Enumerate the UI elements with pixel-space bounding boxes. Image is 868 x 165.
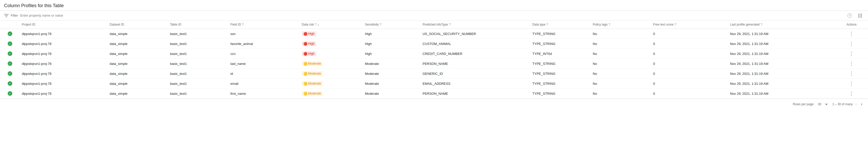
cell-dataset-id: data_simple <box>108 79 168 89</box>
cell-predicted-info: PERSON_NAME <box>421 89 530 99</box>
field-id-help-icon[interactable]: ? <box>242 23 244 27</box>
cell-free-text: 0 <box>651 49 728 59</box>
cell-status: ✓ <box>0 59 20 69</box>
pagination: 1 – 30 of many ‹ › <box>833 101 864 107</box>
cell-sensitivity: High <box>363 49 421 59</box>
page-title: Column Profiles for this Table <box>0 0 868 10</box>
cell-table-id: basic_test1 <box>168 79 228 89</box>
data-risk-sort-icon[interactable]: ↓ <box>317 23 319 27</box>
row-actions-button[interactable]: ⋮ <box>848 60 855 67</box>
cell-predicted-info: US_SOCIAL_SECURITY_NUMBER <box>421 29 530 39</box>
col-header-data-type: Data type ? <box>530 21 591 29</box>
cell-dataset-id: data_simple <box>108 89 168 99</box>
col-header-table-id: Table ID <box>168 21 228 29</box>
cell-field-id: first_name <box>228 89 300 99</box>
col-header-free-text: Free text score ? <box>651 21 728 29</box>
status-icon: ✓ <box>8 42 12 46</box>
sensitivity-help-icon[interactable]: ? <box>379 23 381 27</box>
row-actions-button[interactable]: ⋮ <box>848 31 855 37</box>
last-profile-help-icon[interactable]: ? <box>760 23 763 27</box>
risk-icon: 🔴 <box>303 42 307 46</box>
table-container: Project ID Dataset ID Table ID Field ID … <box>0 21 868 99</box>
cell-data-risk: 🔴 High <box>300 29 363 39</box>
col-header-predicted-info: Predicted infoType ? <box>421 21 530 29</box>
table-row: ✓ dlppsbqrun1-proj-78 data_simple basic_… <box>0 79 868 89</box>
cell-status: ✓ <box>0 49 20 59</box>
status-icon: ✓ <box>8 81 12 86</box>
free-text-help-icon[interactable]: ? <box>674 23 676 27</box>
policy-tags-help-icon[interactable]: ? <box>608 23 610 27</box>
cell-policy-tags: No <box>591 59 651 69</box>
cell-last-profile: Nov 29, 2021, 1:31:19 AM <box>728 79 835 89</box>
filter-label: Filter <box>11 13 18 17</box>
cell-dataset-id: data_simple <box>108 29 168 39</box>
columns-icon: ||| <box>858 13 862 18</box>
cell-policy-tags: No <box>591 89 651 99</box>
table-row: ✓ dlppsbqrun1-proj-78 data_simple basic_… <box>0 59 868 69</box>
cell-dataset-id: data_simple <box>108 59 168 69</box>
cell-actions: ⋮ <box>835 79 868 89</box>
cell-last-profile: Nov 29, 2021, 1:31:19 AM <box>728 39 835 49</box>
cell-dataset-id: data_simple <box>108 49 168 59</box>
cell-field-id: ccn <box>228 49 300 59</box>
cell-sensitivity: High <box>363 29 421 39</box>
cell-dataset-id: data_simple <box>108 69 168 79</box>
col-header-actions: Actions <box>835 21 868 29</box>
col-header-status <box>0 21 20 29</box>
cell-free-text: 0 <box>651 89 728 99</box>
row-actions-button[interactable]: ⋮ <box>848 71 855 77</box>
risk-icon: 🟡 <box>303 92 307 95</box>
rows-per-page-label: Rows per page: <box>793 103 814 106</box>
data-risk-help-icon[interactable]: ? <box>315 23 317 27</box>
filter-input[interactable] <box>20 13 844 17</box>
cell-data-risk: 🟡 Moderate <box>300 79 363 89</box>
cell-table-id: basic_test1 <box>168 59 228 69</box>
row-actions-button[interactable]: ⋮ <box>848 90 855 97</box>
cell-data-risk: 🔴 High <box>300 49 363 59</box>
cell-field-id: email <box>228 79 300 89</box>
row-actions-button[interactable]: ⋮ <box>848 51 855 57</box>
cell-dataset-id: data_simple <box>108 39 168 49</box>
risk-badge: 🟡 Moderate <box>302 61 323 66</box>
risk-badge: 🔴 High <box>302 51 316 56</box>
next-page-button[interactable]: › <box>859 101 864 107</box>
cell-data-type: TYPE_STRING <box>530 59 591 69</box>
predicted-info-help-icon[interactable]: ? <box>449 23 451 27</box>
cell-free-text: 0 <box>651 29 728 39</box>
row-actions-button[interactable]: ⋮ <box>848 80 855 87</box>
cell-project-id: dlppsbqrun1-proj-78 <box>20 79 107 89</box>
cell-policy-tags: No <box>591 79 651 89</box>
cell-field-id: last_name <box>228 59 300 69</box>
cell-table-id: basic_test1 <box>168 49 228 59</box>
cell-data-type: TYPE_STRING <box>530 79 591 89</box>
cell-status: ✓ <box>0 89 20 99</box>
col-header-sensitivity: Sensitivity ? <box>363 21 421 29</box>
col-header-project-id: Project ID <box>20 21 107 29</box>
help-button[interactable]: ? <box>846 13 854 19</box>
columns-button[interactable]: ||| <box>857 12 864 19</box>
prev-page-button[interactable]: ‹ <box>854 101 858 107</box>
cell-project-id: dlppsbqrun1-proj-78 <box>20 59 107 69</box>
col-header-last-profile: Last profile generated ? <box>728 21 835 29</box>
cell-project-id: dlppsbqrun1-proj-78 <box>20 89 107 99</box>
risk-icon: 🔴 <box>303 32 307 36</box>
cell-policy-tags: No <box>591 49 651 59</box>
cell-status: ✓ <box>0 29 20 39</box>
row-actions-button[interactable]: ⋮ <box>848 40 855 47</box>
cell-free-text: 0 <box>651 39 728 49</box>
data-type-help-icon[interactable]: ? <box>546 23 548 27</box>
cell-field-id: id <box>228 69 300 79</box>
cell-free-text: 0 <box>651 69 728 79</box>
cell-data-type: TYPE_STRING <box>530 69 591 79</box>
risk-badge: 🟡 Moderate <box>302 81 323 86</box>
cell-table-id: basic_test1 <box>168 39 228 49</box>
data-table: Project ID Dataset ID Table ID Field ID … <box>0 21 868 99</box>
status-icon: ✓ <box>8 51 12 56</box>
cell-predicted-info: PERSON_NAME <box>421 59 530 69</box>
table-row: ✓ dlppsbqrun1-proj-78 data_simple basic_… <box>0 69 868 79</box>
status-icon: ✓ <box>8 61 12 66</box>
rows-per-page-select[interactable]: 30 50 100 <box>816 102 829 107</box>
cell-sensitivity: High <box>363 39 421 49</box>
cell-sensitivity: Moderate <box>363 79 421 89</box>
cell-project-id: dlppsbqrun1-proj-78 <box>20 29 107 39</box>
